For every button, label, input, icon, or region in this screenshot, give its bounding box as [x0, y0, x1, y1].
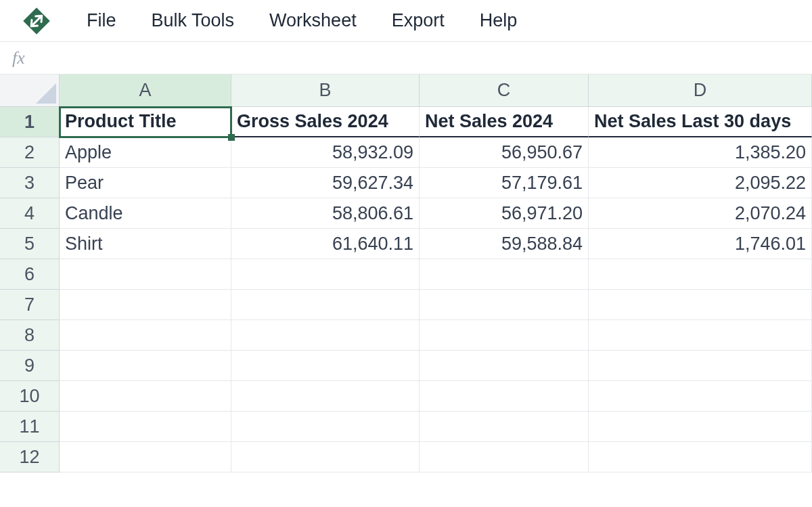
cell-C6[interactable]	[420, 259, 589, 290]
cell-A12[interactable]	[60, 442, 231, 472]
column-header-B[interactable]: B	[231, 74, 420, 107]
cell-B7[interactable]	[231, 290, 420, 320]
cell-A5[interactable]: Shirt	[60, 229, 231, 259]
fx-icon: fx	[12, 48, 25, 68]
cell-D6[interactable]	[589, 259, 812, 290]
cell-D1[interactable]: Net Sales Last 30 days	[589, 107, 812, 137]
cell-C11[interactable]	[420, 412, 589, 442]
formula-bar[interactable]: fx	[0, 42, 812, 74]
cell-C2[interactable]: 56,950.67	[420, 137, 589, 168]
column-header-D[interactable]: D	[589, 74, 812, 107]
cell-B6[interactable]	[231, 259, 420, 290]
row-header-7[interactable]: 7	[0, 290, 60, 320]
cell-A2[interactable]: Apple	[60, 137, 231, 168]
menu-export[interactable]: Export	[392, 10, 445, 31]
row-header-1[interactable]: 1	[0, 107, 60, 137]
cell-C8[interactable]	[420, 320, 589, 351]
cell-B12[interactable]	[231, 442, 420, 472]
cell-A4[interactable]: Candle	[60, 198, 231, 229]
cell-B1[interactable]: Gross Sales 2024	[231, 107, 420, 137]
row-header-2[interactable]: 2	[0, 137, 60, 168]
column-header-C[interactable]: C	[420, 74, 589, 107]
cell-D11[interactable]	[589, 412, 812, 442]
row-header-9[interactable]: 9	[0, 351, 60, 381]
cell-B2[interactable]: 58,932.09	[231, 137, 420, 168]
table-row: 7	[0, 290, 812, 320]
cell-A9[interactable]	[60, 351, 231, 381]
cell-C4[interactable]: 56,971.20	[420, 198, 589, 229]
cell-D12[interactable]	[589, 442, 812, 472]
cell-A3[interactable]: Pear	[60, 168, 231, 198]
cell-D3[interactable]: 2,095.22	[589, 168, 812, 198]
menu-help[interactable]: Help	[480, 10, 518, 31]
cell-A10[interactable]	[60, 381, 231, 412]
cell-B11[interactable]	[231, 412, 420, 442]
cell-D10[interactable]	[589, 381, 812, 412]
table-row: 3 Pear 59,627.34 57,179.61 2,095.22	[0, 168, 812, 198]
cell-C1[interactable]: Net Sales 2024	[420, 107, 589, 137]
cell-B5[interactable]: 61,640.11	[231, 229, 420, 259]
cell-D2[interactable]: 1,385.20	[589, 137, 812, 168]
cell-D9[interactable]	[589, 351, 812, 381]
cell-A8[interactable]	[60, 320, 231, 351]
table-row: 2 Apple 58,932.09 56,950.67 1,385.20	[0, 137, 812, 168]
cell-C10[interactable]	[420, 381, 589, 412]
cell-A1[interactable]: Product Title	[60, 107, 231, 137]
app-logo-icon	[22, 6, 51, 36]
menu-file[interactable]: File	[87, 10, 116, 31]
cell-D8[interactable]	[589, 320, 812, 351]
cell-D4[interactable]: 2,070.24	[589, 198, 812, 229]
row-header-6[interactable]: 6	[0, 259, 60, 290]
table-row: 10	[0, 381, 812, 412]
table-row: 5 Shirt 61,640.11 59,588.84 1,746.01	[0, 229, 812, 259]
cell-B10[interactable]	[231, 381, 420, 412]
row-header-12[interactable]: 12	[0, 442, 60, 472]
cell-C9[interactable]	[420, 351, 589, 381]
table-row: 12	[0, 442, 812, 472]
row-header-11[interactable]: 11	[0, 412, 60, 442]
menu-worksheet[interactable]: Worksheet	[269, 10, 357, 31]
cell-D5[interactable]: 1,746.01	[589, 229, 812, 259]
cell-C7[interactable]	[420, 290, 589, 320]
cell-A11[interactable]	[60, 412, 231, 442]
column-header-row: A B C D	[0, 74, 812, 107]
cell-B3[interactable]: 59,627.34	[231, 168, 420, 198]
cell-B4[interactable]: 58,806.61	[231, 198, 420, 229]
table-row: 1 Product Title Gross Sales 2024 Net Sal…	[0, 107, 812, 137]
row-header-4[interactable]: 4	[0, 198, 60, 229]
cell-C12[interactable]	[420, 442, 589, 472]
table-row: 11	[0, 412, 812, 442]
cell-C3[interactable]: 57,179.61	[420, 168, 589, 198]
menu-bulk-tools[interactable]: Bulk Tools	[152, 10, 235, 31]
table-row: 6	[0, 259, 812, 290]
menu-bar: File Bulk Tools Worksheet Export Help	[0, 0, 812, 42]
cell-B8[interactable]	[231, 320, 420, 351]
row-header-8[interactable]: 8	[0, 320, 60, 351]
cell-A7[interactable]	[60, 290, 231, 320]
spreadsheet-grid: A B C D 1 Product Title Gross Sales 2024…	[0, 74, 812, 472]
row-header-10[interactable]: 10	[0, 381, 60, 412]
select-all-corner[interactable]	[0, 74, 60, 107]
row-header-3[interactable]: 3	[0, 168, 60, 198]
cell-A6[interactable]	[60, 259, 231, 290]
table-row: 4 Candle 58,806.61 56,971.20 2,070.24	[0, 198, 812, 229]
table-row: 9	[0, 351, 812, 381]
column-header-A[interactable]: A	[60, 74, 231, 107]
table-row: 8	[0, 320, 812, 351]
cell-D7[interactable]	[589, 290, 812, 320]
row-header-5[interactable]: 5	[0, 229, 60, 259]
cell-B9[interactable]	[231, 351, 420, 381]
cell-C5[interactable]: 59,588.84	[420, 229, 589, 259]
